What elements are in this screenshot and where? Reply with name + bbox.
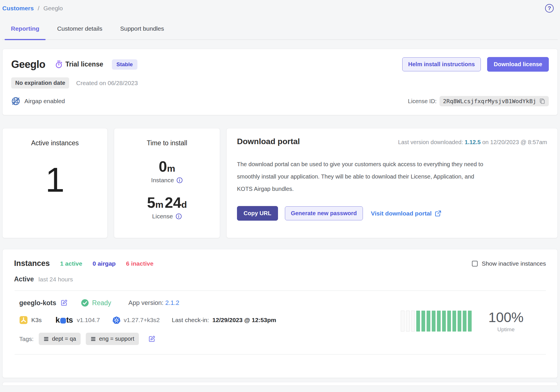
airgap-enabled-label: Airgap enabled [24,98,65,105]
copy-url-button[interactable]: Copy URL [237,206,278,221]
divider [15,354,546,354]
ready-check-icon [81,299,89,307]
uptime-bar-filled [427,311,430,332]
metrics-row: Active instances 1 Time to install 0m In… [2,128,558,238]
uptime-value: 100% [488,309,524,325]
download-portal-description: The download portal can be used to give … [237,158,489,195]
active-section-label: Active [14,275,34,283]
uptime-bar-filled [416,311,420,332]
license-install-label: License [152,213,182,220]
uptime-bar-empty [401,311,405,332]
license-type: Trial license [55,60,103,68]
k3s-icon [19,316,28,324]
tag-lines-icon [43,336,49,342]
time-to-install-card: Time to install 0m Instance 5m 24d Licen… [114,128,220,238]
external-link-icon [435,210,442,217]
instances-title: Instances [14,259,50,268]
instance-install-time: 0m [159,159,175,174]
license-install-time: 5m 24d [147,195,187,210]
active-instances-count: 1 [45,162,65,197]
generate-new-password-button[interactable]: Generate new password [285,206,363,220]
breadcrumb-separator: / [36,5,42,11]
edit-instance-name-icon[interactable] [60,299,68,307]
instances-card: Instances 1 active 0 airgap 6 inactive S… [2,249,558,378]
uptime-bar-empty [411,311,415,332]
download-license-button[interactable]: Download license [487,57,549,72]
tag-badge[interactable]: eng = support [86,333,139,345]
active-instances-card: Active instances 1 [2,128,108,238]
created-on-text: Created on 06/28/2023 [76,80,138,87]
tag-lines-icon [90,336,96,342]
uptime-bar-filled [442,311,446,332]
tab-reporting[interactable]: Reporting [5,23,46,40]
info-icon[interactable] [176,213,182,219]
edit-tags-icon[interactable] [148,335,155,343]
show-inactive-label: Show inactive instances [482,260,546,267]
download-portal-card: Download portal Last version downloaded:… [226,128,558,238]
active-count-filter[interactable]: 1 active [60,260,82,267]
airgap-globe-icon [11,97,20,106]
uptime-bar-filled [458,311,461,332]
kots-logo: k ts [55,315,73,325]
k8s-version-label: v1.27.7+k3s2 [124,317,160,324]
channel-badge: Stable [112,59,137,70]
last-checkin-value: 12/29/2023 @ 12:53pm [212,317,276,324]
app-version-link[interactable]: 2.1.2 [165,299,179,306]
inactive-count-filter[interactable]: 6 inactive [126,260,153,267]
helm-install-instructions-button[interactable]: Helm install instructions [402,57,481,71]
uptime-bar-filled [432,311,435,332]
last-version-link[interactable]: 1.12.5 [465,139,481,145]
airgap-enabled: Airgap enabled [11,97,65,106]
uptime-bar-filled [468,311,472,332]
instance-install-label: Instance [151,177,183,184]
airgap-count-filter[interactable]: 0 airgap [93,260,116,267]
tab-support-bundles[interactable]: Support bundles [114,23,170,40]
distribution: K3s [19,316,42,324]
active-section-sublabel: last 24 hours [38,276,73,283]
info-icon[interactable] [176,177,183,183]
uptime-bar-filled [421,311,425,332]
license-id-value: 2Rq8WLcsjfxqrMysjvB1WodYkBj [440,96,549,106]
visit-download-portal-link[interactable]: Visit download portal [371,210,442,217]
tab-customer-details[interactable]: Customer details [51,23,109,40]
topbar: Customers / Geeglo [2,0,558,13]
uptime-bar-filled [447,311,451,332]
app-version: App version: 2.1.2 [129,299,179,307]
timer-icon [55,60,63,68]
last-version-downloaded: Last version downloaded: 1.12.5 on 12/20… [398,139,547,146]
tag-badge[interactable]: dept = qa [39,333,81,345]
help-icon[interactable] [545,4,554,13]
tab-bar: Reporting Customer details Support bundl… [2,23,558,40]
time-to-install-title: Time to install [147,139,187,147]
customer-name: Geeglo [11,58,45,70]
uptime-bars [401,311,472,332]
uptime-label: Uptime [488,326,524,333]
breadcrumb-current: Geeglo [43,5,63,11]
tags-label: Tags: [19,336,34,342]
show-inactive-checkbox[interactable] [472,261,478,266]
download-portal-title: Download portal [237,137,300,146]
uptime-bar-filled [452,311,456,332]
instance-status: Ready [81,299,111,307]
uptime-panel: 100% Uptime [401,309,524,333]
license-id-label: License ID: [408,98,437,105]
kots-logo-o [60,318,66,324]
instance-row: geeglo-kots Ready [14,291,546,345]
license-summary-card: Geeglo Trial license Stable Helm install… [2,49,558,115]
instance-name: geeglo-kots [19,299,56,307]
license-type-label: Trial license [65,60,103,68]
breadcrumb-customers-link[interactable]: Customers [2,5,34,11]
copy-icon[interactable] [539,98,545,104]
kubernetes-icon [112,316,120,324]
customer-reporting-page: Customers / Geeglo Reporting Customer de… [0,0,560,385]
instance-status-label: Ready [92,299,111,307]
uptime-bar-filled [437,311,441,332]
breadcrumb: Customers / Geeglo [2,5,63,12]
kubernetes-version: v1.27.7+k3s2 [112,316,160,324]
distribution-label: K3s [31,317,42,324]
next-card-edge [2,382,558,385]
kots-version: v1.104.7 [77,317,100,324]
last-checkin-label: Last check-in: [172,317,209,324]
uptime-bar-empty [406,311,410,332]
expiration-badge: No expiration date [11,77,69,89]
